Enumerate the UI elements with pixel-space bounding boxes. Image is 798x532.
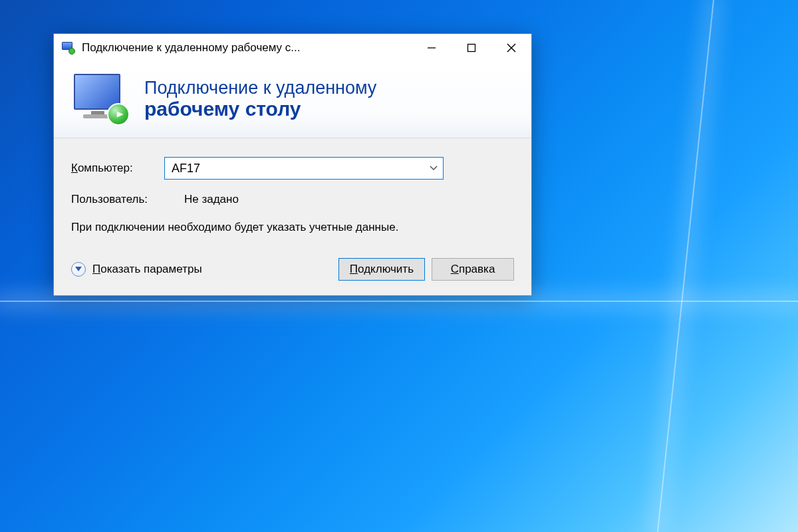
banner-text: Подключение к удаленному рабочему столу: [144, 78, 376, 120]
minimize-button[interactable]: [412, 34, 452, 62]
chevron-down-icon[interactable]: [424, 166, 443, 171]
user-value: Не задано: [184, 193, 239, 206]
rdp-dialog: Подключение к удаленному рабочему с... П…: [53, 33, 532, 296]
dialog-body: Компьютер: Пользователь: Не задано При п…: [54, 138, 531, 295]
expand-options-icon[interactable]: [71, 262, 86, 277]
window-title: Подключение к удаленному рабочему с...: [82, 41, 301, 55]
computer-label: Компьютер:: [71, 162, 164, 175]
connect-button[interactable]: Подключить: [338, 258, 425, 281]
close-button[interactable]: [491, 34, 531, 62]
expand-options-link[interactable]: Показать параметры: [92, 263, 202, 276]
app-icon: [61, 41, 75, 55]
titlebar[interactable]: Подключение к удаленному рабочему с...: [54, 34, 531, 62]
rdp-icon: [71, 74, 128, 124]
computer-input[interactable]: [165, 162, 424, 176]
svg-marker-4: [75, 267, 82, 271]
banner: Подключение к удаленному рабочему столу: [54, 62, 531, 138]
help-button[interactable]: Справка: [432, 258, 514, 281]
banner-line1: Подключение к удаленному: [144, 78, 376, 98]
svg-rect-1: [468, 45, 475, 52]
computer-combo[interactable]: [164, 157, 444, 180]
window-controls: [412, 34, 531, 62]
banner-line2: рабочему столу: [144, 98, 376, 120]
maximize-button[interactable]: [452, 34, 491, 62]
user-label: Пользователь:: [71, 193, 184, 206]
credentials-hint: При подключении необходимо будет указать…: [71, 219, 514, 235]
